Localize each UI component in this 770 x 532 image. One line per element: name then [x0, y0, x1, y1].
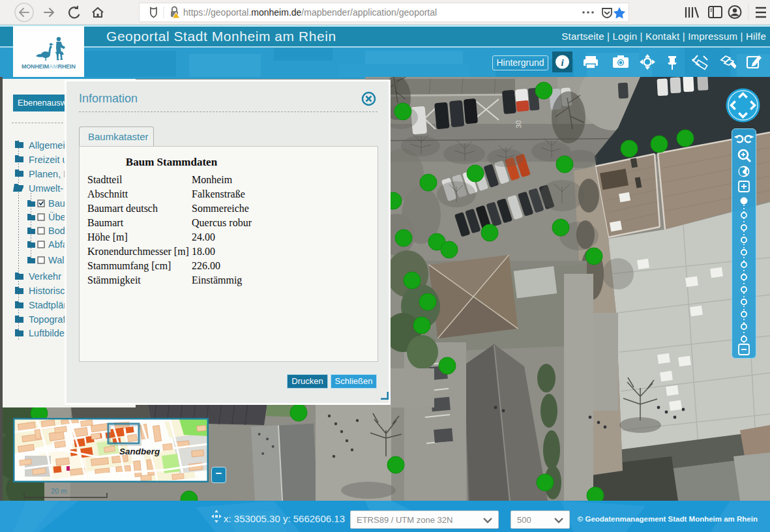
svg-text:Verkehr: Verkehr	[29, 271, 61, 282]
svg-text:30: 30	[514, 120, 523, 128]
svg-text:MONHEIMAMRHEIN: MONHEIMAMRHEIN	[22, 63, 76, 70]
svg-text:Sandberg: Sandberg	[119, 447, 160, 456]
svg-text:https://geoportal.monheim.de/m: https://geoportal.monheim.de/mapbender/a…	[183, 7, 437, 18]
svg-text:Luftbilder: Luftbilder	[29, 328, 68, 338]
